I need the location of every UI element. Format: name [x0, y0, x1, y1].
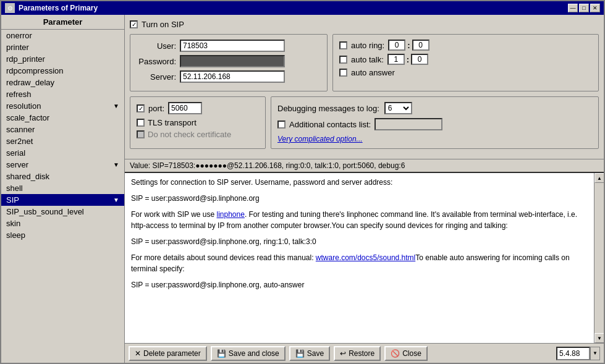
debug-select[interactable]: 6 — [384, 102, 412, 114]
delete-parameter-button[interactable]: ✕ Delete parameter — [129, 346, 207, 361]
text-area-panel: Settings for connection to SIP server. U… — [125, 172, 604, 343]
sidebar-item-ser2net[interactable]: ser2net — [1, 135, 124, 147]
no-check-cert-row: Do not check certificate — [137, 130, 259, 139]
restore-label: Restore — [349, 349, 374, 358]
sidebar-item-shell[interactable]: shell — [1, 182, 124, 194]
complicated-link[interactable]: Very complicated option... — [277, 135, 363, 143]
wtware-link[interactable]: wtware.com/docs5/sound.html — [316, 253, 415, 262]
complicated-link-row: Very complicated option... — [277, 134, 592, 143]
sidebar-item-scanner[interactable]: scanner — [1, 124, 124, 135]
desc-4: SIP = user:password@sip.linphone.org, ri… — [131, 236, 588, 247]
auto-ring-label: auto ring: — [351, 41, 384, 50]
credentials-panel: User: Password: Server: — [130, 34, 328, 91]
version-box: ▼ — [556, 347, 600, 360]
auto-ring-val2[interactable] — [412, 40, 429, 51]
user-row: User: — [137, 40, 321, 52]
password-label: Password: — [137, 57, 180, 66]
scroll-up-button[interactable]: ▲ — [594, 173, 604, 183]
sidebar-item-resolution[interactable]: resolution ▼ — [1, 100, 124, 112]
turn-on-sip-checkbox[interactable] — [130, 20, 138, 28]
tls-label: TLS transport — [148, 118, 197, 127]
text-scrollbar: ▲ ▼ — [594, 173, 604, 343]
save-button[interactable]: 💾 Save — [289, 346, 330, 361]
auto-answer-checkbox[interactable] — [339, 69, 347, 77]
debug-panel: Debugging messages to log: 6 Additional … — [271, 96, 599, 149]
content-area: Turn on SIP User: Password: — [125, 15, 604, 363]
restore-icon: ↩ — [340, 349, 346, 358]
auto-ring-sep1: : — [407, 41, 410, 50]
value-text: Value: SIP=718503:●●●●●●●@52.11.206.168,… — [130, 161, 405, 170]
restore-button[interactable]: ↩ Restore — [334, 346, 381, 361]
sidebar-item-sip[interactable]: SIP ▼ — [1, 194, 124, 206]
main-area: Parameter onerror printer rdp_printer rd… — [1, 15, 604, 363]
main-window: ⚙ Parameters of Primary — □ ✕ Parameter … — [0, 0, 605, 364]
auto-talk-val1[interactable] — [387, 54, 405, 65]
auto-talk-val2[interactable] — [411, 54, 428, 65]
sidebar-item-sip-usb[interactable]: SIP_usb_sound_level — [1, 206, 124, 218]
close-button[interactable]: 🚫 Close — [384, 346, 428, 361]
scroll-down-button[interactable]: ▼ — [594, 333, 604, 343]
password-input[interactable] — [180, 55, 285, 67]
sidebar-item-onerror[interactable]: onerror — [1, 30, 124, 41]
auto-answer-row: auto answer — [339, 68, 592, 77]
auto-talk-row: auto talk: : — [339, 54, 592, 65]
credentials-row: User: Password: Server: — [130, 34, 599, 91]
additional-contacts-checkbox[interactable] — [277, 121, 286, 129]
delete-icon: ✕ — [135, 349, 141, 358]
contacts-input[interactable] — [374, 118, 442, 130]
port-checkbox[interactable] — [137, 104, 145, 112]
auto-ring-spinbox: : — [388, 40, 429, 51]
sidebar-item-scale-factor[interactable]: scale_factor — [1, 112, 124, 124]
turn-on-sip-label: Turn on SIP — [142, 20, 184, 29]
value-bar: Value: SIP=718503:●●●●●●●@52.11.206.168,… — [125, 159, 604, 172]
auto-talk-checkbox[interactable] — [339, 56, 347, 64]
auto-talk-spinbox: : — [387, 54, 428, 65]
version-input[interactable] — [556, 347, 590, 360]
save-close-button[interactable]: 💾 Save and close — [211, 346, 286, 361]
window-controls: — □ ✕ — [568, 4, 600, 12]
sidebar-item-redraw-delay[interactable]: redraw_delay — [1, 77, 124, 88]
auto-options-panel: auto ring: : auto talk: — [332, 34, 599, 91]
sip-arrow: ▼ — [113, 197, 119, 203]
tls-checkbox[interactable] — [137, 119, 145, 127]
desc-6: SIP = user:password@sip.linphone.org, au… — [131, 279, 588, 290]
linphone-link[interactable]: linphone — [217, 210, 245, 219]
top-panel: Turn on SIP User: Password: — [125, 15, 604, 159]
sidebar-item-printer[interactable]: printer — [1, 41, 124, 53]
save-close-icon: 💾 — [217, 349, 226, 358]
debug-label: Debugging messages to log: — [277, 104, 379, 113]
sidebar-item-skin[interactable]: skin — [1, 218, 124, 229]
sidebar-item-rdp-printer[interactable]: rdp_printer — [1, 53, 124, 65]
sidebar-item-server[interactable]: server ▼ — [1, 159, 124, 171]
sidebar-item-sleep[interactable]: sleep — [1, 229, 124, 241]
text-content: Settings for connection to SIP server. U… — [125, 173, 594, 343]
server-row: Server: — [137, 70, 321, 83]
sidebar-item-serial[interactable]: serial — [1, 147, 124, 159]
maximize-button[interactable]: □ — [579, 4, 589, 12]
auto-talk-sep1: : — [407, 55, 409, 64]
version-dropdown-button[interactable]: ▼ — [590, 347, 600, 360]
minimize-button[interactable]: — — [568, 4, 578, 12]
save-close-label: Save and close — [229, 349, 279, 358]
close-button[interactable]: ✕ — [590, 4, 600, 12]
delete-label: Delete parameter — [143, 349, 201, 358]
server-label: Server: — [137, 72, 180, 82]
user-input[interactable] — [180, 40, 285, 52]
close-icon: 🚫 — [391, 349, 400, 358]
server-input[interactable] — [180, 70, 285, 83]
sidebar-item-rdpcompression[interactable]: rdpcompression — [1, 65, 124, 77]
close-label: Close — [402, 349, 421, 358]
sidebar-item-shared-disk[interactable]: shared_disk — [1, 171, 124, 182]
auto-ring-checkbox[interactable] — [339, 41, 347, 49]
no-check-cert-checkbox[interactable] — [137, 130, 145, 138]
title-bar: ⚙ Parameters of Primary — □ ✕ — [1, 1, 604, 15]
auto-answer-label: auto answer — [351, 68, 395, 77]
auto-ring-val1[interactable] — [388, 40, 405, 51]
sidebar-header: Parameter — [1, 15, 124, 30]
server-arrow: ▼ — [113, 161, 119, 168]
sidebar-item-refresh[interactable]: refresh — [1, 88, 124, 100]
port-input[interactable] — [168, 102, 202, 114]
scroll-track[interactable] — [594, 183, 604, 333]
additional-label: Additional contacts list: — [289, 120, 371, 129]
debug-row: Debugging messages to log: 6 — [277, 102, 592, 114]
